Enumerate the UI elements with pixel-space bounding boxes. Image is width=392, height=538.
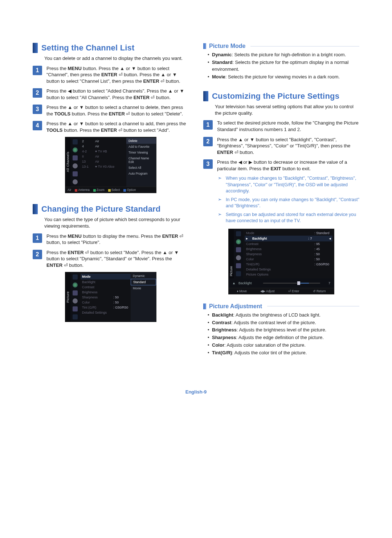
globe-icon <box>73 282 78 288</box>
osd-row: 4Air <box>82 144 124 149</box>
step-number: 2 <box>33 250 42 259</box>
osd-context-menu: DeleteAdd to FavoriteTimer ViewingChanne… <box>126 137 156 187</box>
page-footer: English-9 <box>0 389 392 409</box>
bullet-item: Tint(G/R): Adjusts the color tint of the… <box>208 350 359 356</box>
osd-menu-item: Auto Program <box>126 171 156 176</box>
osd-dropdown: DynamicStandardMovie <box>131 272 156 322</box>
section-customizing: Customizing the Picture Settings <box>203 91 359 101</box>
osd-popup-item: Standard <box>131 279 156 285</box>
section-intro: Your television has several setting opti… <box>215 103 359 116</box>
bullet-item: Movie: Selects the picture for viewing m… <box>208 74 359 81</box>
note-item: When you make changes to "Backlight", "C… <box>218 175 359 195</box>
osd-foot-item: Air <box>68 188 71 192</box>
osd-row: Detailed Settings <box>82 310 130 315</box>
osd-row: 13-1♥ TV #3 Alice <box>82 164 124 169</box>
step-number: 4 <box>33 121 42 130</box>
bullet-item: Sharpness: Adjusts the edge definition o… <box>208 334 359 341</box>
sound-icon <box>73 290 78 296</box>
section-channel-list: Setting the Channel List <box>33 43 189 53</box>
osd-foot-item: Option <box>123 188 136 192</box>
osd-list: 2Air4Air4-2♥ TV #BIIAir13Air13-1♥ TV #3 … <box>80 137 126 187</box>
step-number: 1 <box>33 233 42 243</box>
bullet-item: Standard: Selects the picture for the op… <box>208 59 359 73</box>
sub-line <box>267 306 359 306</box>
slider-thumb <box>297 281 300 285</box>
osd-icon-strip <box>70 272 80 322</box>
globe-icon <box>236 239 241 244</box>
note-item: Settings can be adjusted and stored for … <box>218 212 359 224</box>
step-number: 1 <box>33 66 42 75</box>
step-number: 1 <box>203 120 213 130</box>
osd-row: Contrast: 95 <box>246 241 331 246</box>
osd-row: 13Air <box>82 159 124 164</box>
osd-row: Color: 50 <box>246 257 331 262</box>
left-column: Setting the Channel List You can delete … <box>33 40 189 360</box>
section-intro: You can delete or add a channel to displ… <box>44 55 189 62</box>
osd-row: 4-2♥ TV #B <box>82 149 124 154</box>
bullets-picture-adjustment: Backlight: Adjusts the brightness of LCD… <box>208 312 359 356</box>
step-text: To select the desired picture mode, foll… <box>217 120 359 133</box>
page: Setting the Channel List You can delete … <box>0 0 392 382</box>
tv-icon <box>236 231 241 236</box>
osd-foot-item: ↺ Return <box>313 289 326 293</box>
step-text: Press the ▲ or ▼ button to select a chan… <box>46 121 189 133</box>
bullet-item: Color: Adjusts color saturation of the p… <box>208 342 359 349</box>
osd-row: Sharpness: 50 <box>246 252 331 257</box>
tv-icon <box>73 274 78 280</box>
notes-customizing: When you make changes to "Backlight", "C… <box>218 175 359 224</box>
globe-icon <box>73 147 78 152</box>
slider-track <box>263 283 320 284</box>
osd-side-label: All Channels <box>65 137 70 187</box>
osd-popup-item: Movie <box>131 285 156 291</box>
step-text: Press the ▲ or ▼ button to select "Backl… <box>217 136 359 156</box>
step-2: 2 Press the ▲ or ▼ button to select "Bac… <box>203 136 359 156</box>
gear-icon <box>236 255 241 260</box>
accent-bar <box>33 43 38 53</box>
step-2: 2 Press the ENTER ⏎ button to select "Mo… <box>33 249 189 269</box>
sound-icon <box>236 247 241 252</box>
bullet-item: Backlight: Adjusts the brightness of LCD… <box>208 312 359 319</box>
osd-row: Tint (G/R): G50/R50 <box>82 305 130 310</box>
osd-row: Mode: Standard <box>246 231 331 236</box>
step-3: 3 Press the ▲ or ▼ button to select a ch… <box>33 104 189 117</box>
steps-customizing: 1 To select the desired picture mode, fo… <box>203 120 359 172</box>
sub-title: Picture Mode <box>209 43 245 49</box>
osd-foot-item: ◀▶ Adjust <box>260 289 275 293</box>
sound-icon <box>73 155 78 160</box>
osd-menu-item: Timer Viewing <box>126 150 156 155</box>
osd-channel-list: All Channels 2Air4Air4-2♥ TV #BIIAir13Ai… <box>65 137 156 193</box>
sub-bar <box>203 43 206 49</box>
note-item: In PC mode, you can only make changes to… <box>218 197 359 209</box>
osd-foot-item: Select <box>108 188 120 192</box>
section-title: Changing the Picture Standard <box>41 204 161 214</box>
up-arrow-icon: ▲ <box>232 281 236 285</box>
step-text: Press the MENU button to display the men… <box>46 233 189 246</box>
osd-side-label: Picture <box>65 272 70 322</box>
osd-icon-strip <box>234 229 243 278</box>
bullet-item: Dynamic: Selects the picture for high-de… <box>208 52 359 58</box>
steps-picture-standard: 1 Press the MENU button to display the m… <box>33 233 189 269</box>
section-title: Customizing the Picture Settings <box>212 91 339 101</box>
input-icon <box>73 306 78 311</box>
bullets-picture-mode: Dynamic: Selects the picture for high-de… <box>208 52 359 80</box>
input-icon <box>73 171 78 176</box>
sub-title: Picture Adjustment <box>209 303 262 310</box>
osd-row: Color: 50 <box>82 300 130 305</box>
bullet-item: Contrast: Adjusts the contrast level of … <box>208 319 359 326</box>
step-number: 3 <box>203 159 213 169</box>
section-intro: You can select the type of picture which… <box>44 216 189 229</box>
osd-row: ▸Backlight: 7◂ <box>245 236 332 241</box>
osd-popup-item: Dynamic <box>131 273 156 279</box>
osd-foot-item: ⏎ Enter <box>288 289 299 293</box>
section-picture-standard: Changing the Picture Standard <box>33 204 189 214</box>
step-text: Press the ◀ or ▶ button to decrease or i… <box>217 159 359 172</box>
osd-menu-item: Delete <box>126 138 156 144</box>
step-3: 3 Press the ◀ or ▶ button to decrease or… <box>203 159 359 172</box>
step-1: 1 To select the desired picture mode, fo… <box>203 120 359 133</box>
osd-foot-item: Zoom <box>93 188 105 192</box>
step-text: Press the MENU button. Press the ▲ or ▼ … <box>46 65 189 85</box>
osd-list: ModeBacklightContrastBrightnessSharpness… <box>80 272 132 322</box>
osd-row: Brightness: 45 <box>246 246 331 252</box>
osd-row: IIAir <box>82 154 124 159</box>
slider-value: 7 <box>323 281 330 285</box>
